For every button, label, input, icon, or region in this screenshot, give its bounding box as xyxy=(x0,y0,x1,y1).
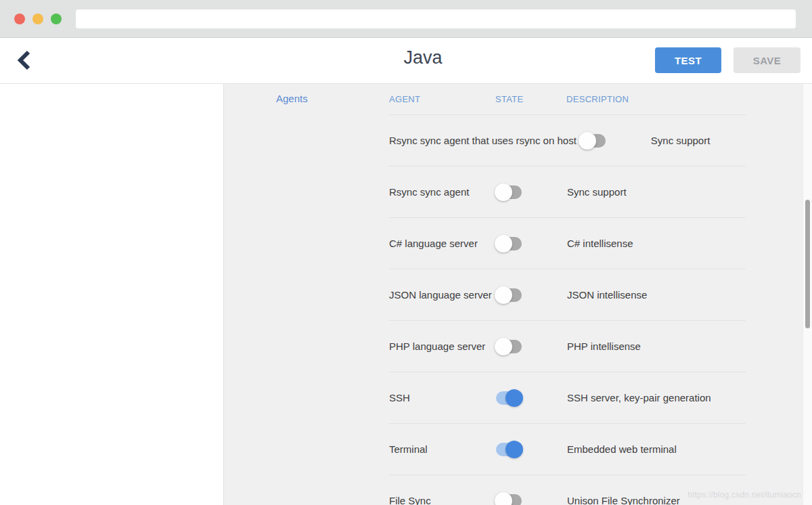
table-row: Rsync sync agent that uses rsync on host… xyxy=(389,115,746,167)
address-bar[interactable] xyxy=(76,9,796,28)
toggle-knob xyxy=(495,235,512,252)
toggle-knob xyxy=(495,286,512,304)
table-row: Terminal Embedded web terminal xyxy=(389,424,746,475)
agent-description: Embedded web terminal xyxy=(567,443,677,455)
chevron-left-icon xyxy=(16,49,31,73)
state-toggle[interactable] xyxy=(496,237,522,250)
state-toggle[interactable] xyxy=(496,185,522,199)
agent-name: Rsync sync agent xyxy=(389,186,496,198)
agent-description: Sync support xyxy=(651,135,710,146)
table-row: PHP language server PHP intellisense xyxy=(389,321,746,372)
back-button[interactable] xyxy=(16,49,41,73)
app-header: Java TEST SAVE xyxy=(0,38,812,84)
agent-table-header: AGENT STATE DESCRIPTION xyxy=(389,84,746,115)
agent-description: Sync support xyxy=(567,186,627,198)
state-toggle[interactable] xyxy=(496,391,522,405)
minimize-button[interactable] xyxy=(32,14,43,24)
agent-name: File Sync xyxy=(389,495,496,505)
page-title: Java xyxy=(403,47,442,68)
agent-name: PHP language server xyxy=(389,341,496,352)
toggle-knob xyxy=(495,338,512,355)
test-button[interactable]: TEST xyxy=(655,47,721,73)
toggle-knob xyxy=(505,441,523,458)
left-pane xyxy=(0,84,224,505)
agent-name: Terminal xyxy=(389,443,496,455)
browser-chrome xyxy=(0,0,812,38)
agent-description: JSON intellisense xyxy=(567,289,647,301)
table-row: SSH SSH server, key-pair generation xyxy=(389,372,746,424)
column-header-description: DESCRIPTION xyxy=(566,94,629,104)
state-toggle[interactable] xyxy=(496,288,522,302)
toggle-knob xyxy=(505,389,523,407)
table-row: C# language server C# intellisense xyxy=(389,218,746,269)
agent-description: PHP intellisense xyxy=(567,341,641,352)
toggle-knob xyxy=(495,492,512,505)
agent-table-body: Rsync sync agent that uses rsync on host… xyxy=(389,115,746,505)
toggle-knob xyxy=(495,183,512,201)
state-toggle[interactable] xyxy=(496,494,522,505)
agent-description: SSH server, key-pair generation xyxy=(567,392,711,403)
toggle-knob xyxy=(579,132,596,150)
agent-name: Rsync sync agent that uses rsync on host xyxy=(389,135,580,146)
watermark: https://blog.csdn.net/ilumiaocn xyxy=(687,490,801,500)
state-toggle[interactable] xyxy=(580,134,606,148)
agent-name: SSH xyxy=(389,392,496,403)
agent-description: Unison File Synchronizer xyxy=(567,495,680,505)
close-button[interactable] xyxy=(14,14,25,24)
column-header-state: STATE xyxy=(495,94,566,104)
agent-description: C# intellisense xyxy=(567,238,633,249)
agent-name: C# language server xyxy=(389,238,496,249)
state-toggle[interactable] xyxy=(496,443,522,456)
agent-table: AGENT STATE DESCRIPTION Rsync sync agent… xyxy=(389,84,746,505)
table-row: JSON language server JSON intellisense xyxy=(389,269,746,321)
content-area: Agents AGENT STATE DESCRIPTION Rsync syn… xyxy=(0,84,812,505)
sidebar-item-agents[interactable]: Agents xyxy=(276,93,308,104)
column-header-agent: AGENT xyxy=(389,94,495,104)
agent-name: JSON language server xyxy=(389,289,496,301)
state-toggle[interactable] xyxy=(496,340,522,353)
scrollbar[interactable] xyxy=(803,84,812,505)
zoom-button[interactable] xyxy=(51,14,62,24)
save-button[interactable]: SAVE xyxy=(734,47,800,73)
scrollbar-thumb[interactable] xyxy=(805,200,810,328)
table-row: Rsync sync agent Sync support xyxy=(389,167,746,218)
